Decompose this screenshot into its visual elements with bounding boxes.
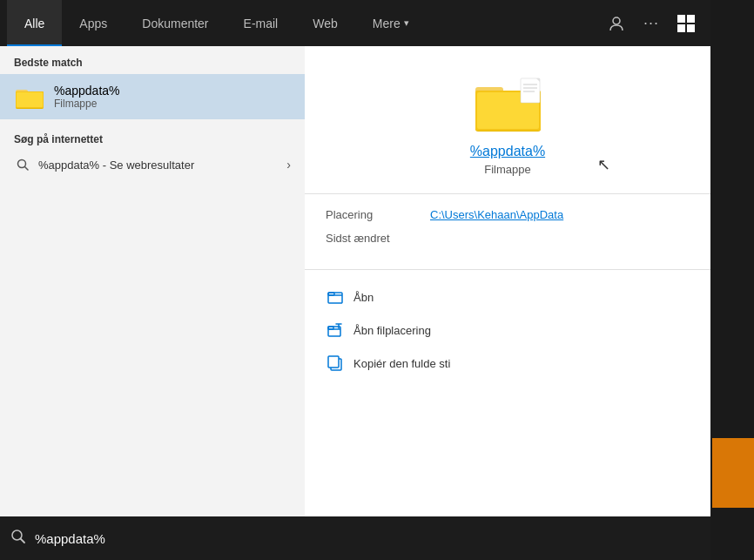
value-placering[interactable]: C:\Users\Kehaan\AppData <box>430 208 563 221</box>
internet-result-text: %appdata% - Se webresultater <box>38 159 286 172</box>
more-dots-icon: ··· <box>643 14 659 32</box>
tab-web[interactable]: Web <box>295 0 355 46</box>
tab-email[interactable]: E-mail <box>226 0 296 46</box>
tab-dokumenter[interactable]: Dokumenter <box>125 0 226 46</box>
detail-info: Placering C:\Users\Kehaan\AppData Sidst … <box>305 194 710 270</box>
tab-mere[interactable]: Mere ▾ <box>355 0 427 46</box>
svg-rect-2 <box>687 15 695 23</box>
open-icon <box>326 287 345 307</box>
more-options-button[interactable]: ··· <box>634 6 669 41</box>
bottom-search-input[interactable] <box>35 531 700 546</box>
best-match-label: Bedste match <box>0 46 305 74</box>
svg-rect-22 <box>328 293 342 303</box>
bottom-search-icon <box>10 529 26 548</box>
svg-rect-3 <box>677 24 685 32</box>
svg-rect-27 <box>328 356 339 368</box>
action-copy-path-label: Kopiér den fulde sti <box>353 357 450 370</box>
svg-rect-16 <box>521 78 540 103</box>
action-copy-path[interactable]: Kopiér den fulde sti <box>326 347 690 380</box>
label-placering: Placering <box>326 208 430 221</box>
svg-rect-9 <box>17 92 43 107</box>
copy-icon <box>326 354 345 373</box>
left-panel: Bedste match %appdata% Filmappe <box>0 46 305 560</box>
search-panel: Alle Apps Dokumenter E-mail Web Mere ▾ ·… <box>0 0 710 560</box>
bottom-bar <box>0 516 710 560</box>
detail-header: %appdata% Filmappe <box>305 46 710 194</box>
internet-result-item[interactable]: %appdata% - Se webresultater › <box>14 149 291 180</box>
main-content: Bedste match %appdata% Filmappe <box>0 46 710 560</box>
best-match-subtitle: Filmappe <box>54 98 120 110</box>
svg-rect-23 <box>328 293 334 295</box>
best-match-title: %appdata% <box>54 84 120 98</box>
orange-square <box>712 438 754 508</box>
tab-alle[interactable]: Alle <box>7 0 62 46</box>
more-dropdown-icon: ▾ <box>404 17 409 29</box>
internet-section: Søg på internettet %appdata% - Se webres… <box>0 119 305 186</box>
person-icon <box>609 16 624 31</box>
action-list: Åbn Åbn filplacering <box>305 270 710 390</box>
internet-section-label: Søg på internettet <box>14 133 291 145</box>
action-open-label: Åbn <box>353 291 374 304</box>
chevron-right-icon: › <box>286 158 291 172</box>
detail-row-sidst: Sidst ændret <box>326 232 690 245</box>
search-icon <box>14 156 31 173</box>
svg-rect-1 <box>677 15 685 23</box>
detail-row-placering: Placering C:\Users\Kehaan\AppData <box>326 208 690 221</box>
action-open-location[interactable]: Åbn filplacering <box>326 314 690 347</box>
label-sidst: Sidst ændret <box>326 232 430 245</box>
location-icon <box>326 320 345 340</box>
best-match-text: %appdata% Filmappe <box>54 84 120 110</box>
action-open[interactable]: Åbn <box>326 280 690 314</box>
taskbar-right <box>710 0 754 560</box>
detail-title[interactable]: %appdata% <box>470 144 545 159</box>
detail-type: Filmappe <box>484 163 530 176</box>
folder-icon-small <box>14 81 45 112</box>
svg-rect-25 <box>328 327 333 329</box>
svg-line-11 <box>25 167 29 171</box>
windows-logo <box>669 0 704 46</box>
best-match-item[interactable]: %appdata% Filmappe <box>0 74 305 119</box>
right-panel: %appdata% Filmappe Placering C:\Users\Ke… <box>305 46 710 560</box>
person-icon-button[interactable] <box>599 6 634 41</box>
svg-line-29 <box>21 539 25 543</box>
svg-rect-4 <box>687 24 695 32</box>
tab-apps[interactable]: Apps <box>62 0 125 46</box>
svg-point-0 <box>613 17 620 24</box>
nav-bar: Alle Apps Dokumenter E-mail Web Mere ▾ ·… <box>0 0 710 46</box>
action-open-location-label: Åbn filplacering <box>353 324 431 337</box>
folder-icon-large <box>473 72 542 133</box>
